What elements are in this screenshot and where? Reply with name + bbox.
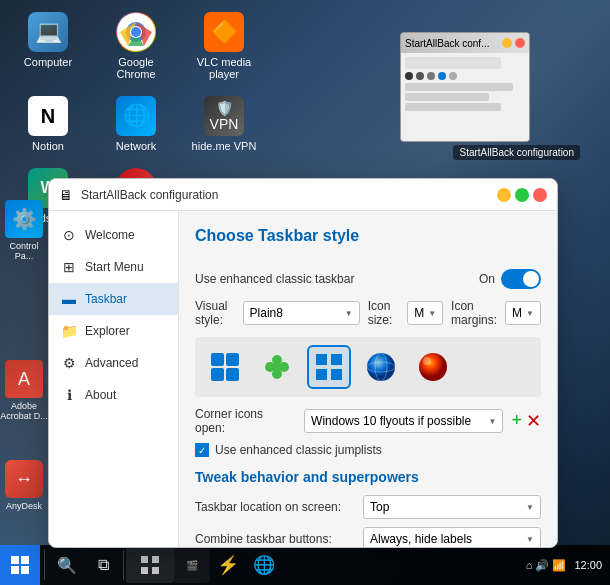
window-buttons [497,188,547,202]
advanced-icon: ⚙ [61,355,77,371]
sidebar-item-about[interactable]: ℹ About [49,379,178,411]
jumplists-row: ✓ Use enhanced classic jumplists [195,443,541,457]
taskbar-speedify[interactable]: ⚡ [210,547,246,583]
explorer-icon: 📁 [61,323,77,339]
icon-margins-arrow: ▼ [526,309,534,318]
maximize-button[interactable] [515,188,529,202]
visual-style-row: Visual style: Plain8 ▼ Icon size: M ▼ Ic… [195,299,541,327]
style-icons-row [195,337,541,397]
style-btn-clover[interactable] [255,345,299,389]
remove-button[interactable]: ✕ [526,410,541,432]
start-button[interactable] [0,545,40,585]
toggle-value-label: On [479,272,495,286]
corner-icons-label: Corner icons open: [195,407,296,435]
icon-size-arrow: ▼ [428,309,436,318]
combine-buttons-label: Combine taskbar buttons: [195,532,355,546]
adobe-label: Adobe Acrobat D... [0,401,48,421]
icon-margins-label: Icon margins: [451,299,497,327]
desktop-icon-notion[interactable]: N Notion [8,92,88,156]
config-sidebar: ⊙ Welcome ⊞ Start Menu ▬ Taskbar 📁 Explo… [49,211,179,547]
bg-window-label: StartAllBack configuration [453,145,580,160]
sidebar-label-explorer: Explorer [85,324,130,338]
config-main: Choose Taskbar style Use enhanced classi… [179,211,557,547]
combine-buttons-row: Combine taskbar buttons: Always, hide la… [195,527,541,547]
welcome-icon: ⊙ [61,227,77,243]
enhanced-taskbar-toggle[interactable] [501,269,541,289]
icon-margins-dropdown[interactable]: M ▼ [505,301,541,325]
corner-icons-value: Windows 10 flyouts if possible [311,414,471,428]
bg-window-title-text: StartAllBack conf... [405,38,489,49]
svg-point-16 [419,353,447,381]
taskbar-location-row: Taskbar location on screen: Top ▼ [195,495,541,519]
svg-rect-21 [21,566,29,574]
combine-buttons-value: Always, hide labels [370,532,472,546]
desktop-icon-chrome[interactable]: Google Chrome [96,8,176,84]
taskbar-location-dropdown[interactable]: Top ▼ [363,495,541,519]
desktop-icon-network[interactable]: 🌐 Network [96,92,176,156]
minimize-button[interactable] [497,188,511,202]
svg-rect-12 [331,369,342,380]
icon-size-dropdown[interactable]: M ▼ [407,301,443,325]
svg-rect-20 [11,566,19,574]
svg-rect-10 [331,354,342,365]
combine-buttons-arrow: ▼ [526,535,534,544]
style-btn-globe[interactable] [359,345,403,389]
sidebar-item-advanced[interactable]: ⚙ Advanced [49,347,178,379]
sidebar-label-advanced: Advanced [85,356,138,370]
sidebar-item-start-menu[interactable]: ⊞ Start Menu [49,251,178,283]
svg-point-8 [273,363,281,371]
config-window: 🖥 StartAllBack configuration ⊙ Welcome ⊞… [48,178,558,548]
style-btn-orb[interactable] [411,345,455,389]
visual-style-arrow: ▼ [345,309,353,318]
taskbar-search[interactable]: 🔍 [49,547,85,583]
desktop-icon-computer[interactable]: 💻 Computer [8,8,88,84]
desktop: 💻 Computer Google Chrome 🔶 VLC media pla… [0,0,610,585]
corner-icons-dropdown[interactable]: Windows 10 flyouts if possible ▼ [304,409,503,433]
svg-point-13 [367,353,395,381]
config-window-icon: 🖥 [59,187,73,203]
system-tray-icons: ⌂ 🔊 📶 [526,559,567,572]
enhanced-taskbar-row: Use enhanced classic taskbar On [195,269,541,289]
jumplists-checkbox[interactable]: ✓ [195,443,209,457]
start-menu-icon: ⊞ [61,259,77,275]
visual-style-value: Plain8 [250,306,283,320]
desktop-icon-vlc[interactable]: 🔶 VLC media player [184,8,264,84]
svg-point-3 [131,27,141,37]
add-remove-buttons: + ✕ [511,410,541,432]
about-icon: ℹ [61,387,77,403]
taskbar-location-label: Taskbar location on screen: [195,500,355,514]
svg-rect-24 [141,567,148,574]
svg-rect-23 [152,556,159,563]
taskbar-tray: ⌂ 🔊 📶 12:00 [518,559,610,572]
taskbar-internet[interactable]: 🌐 [246,547,282,583]
style-btn-win10[interactable] [307,345,351,389]
svg-rect-19 [21,556,29,564]
close-button[interactable] [533,188,547,202]
anydesk-label: AnyDesk [6,501,42,511]
taskbar-task-view[interactable]: ⧉ [85,547,121,583]
svg-rect-25 [152,567,159,574]
combine-buttons-dropdown[interactable]: Always, hide labels ▼ [363,527,541,547]
taskbar-cyberlink[interactable]: 🎬 [174,547,210,583]
sidebar-item-taskbar[interactable]: ▬ Taskbar [49,283,178,315]
sidebar-label-start-menu: Start Menu [85,260,144,274]
icon-size-value: M [414,306,424,320]
taskbar-icon: ▬ [61,291,77,307]
sidebar-item-welcome[interactable]: ⊙ Welcome [49,219,178,251]
desktop-icon-hide[interactable]: 🛡️VPN hide.me VPN [184,92,264,156]
visual-style-label: Visual style: [195,299,235,327]
taskbar-location-arrow: ▼ [526,503,534,512]
icon-margins-value: M [512,306,522,320]
sidebar-item-explorer[interactable]: 📁 Explorer [49,315,178,347]
section-title: Choose Taskbar style [195,227,359,245]
toggle-container: On [479,269,541,289]
taskbar-app-1[interactable] [126,547,174,583]
config-body: ⊙ Welcome ⊞ Start Menu ▬ Taskbar 📁 Explo… [49,211,557,547]
add-button[interactable]: + [511,410,522,432]
config-window-title: StartAllBack configuration [81,188,489,202]
style-btn-win11-grid[interactable] [203,345,247,389]
visual-style-dropdown[interactable]: Plain8 ▼ [243,301,360,325]
corner-icons-arrow: ▼ [489,417,497,426]
icon-size-label: Icon size: [368,299,399,327]
sidebar-label-welcome: Welcome [85,228,135,242]
